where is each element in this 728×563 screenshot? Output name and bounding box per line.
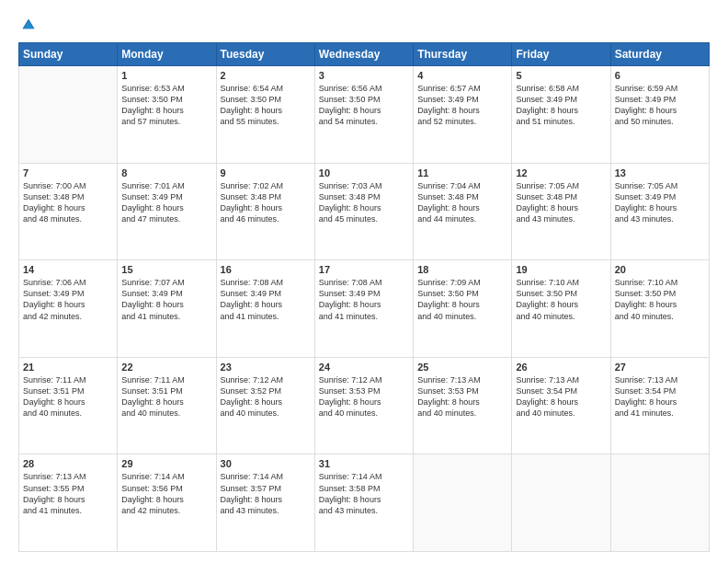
- day-info: Sunrise: 7:10 AM Sunset: 3:50 PM Dayligh…: [615, 277, 705, 322]
- day-info: Sunrise: 7:13 AM Sunset: 3:54 PM Dayligh…: [615, 374, 705, 419]
- day-info: Sunrise: 7:14 AM Sunset: 3:56 PM Dayligh…: [121, 471, 211, 516]
- logo: [18, 17, 39, 33]
- calendar-cell: 22Sunrise: 7:11 AM Sunset: 3:51 PM Dayli…: [118, 357, 216, 454]
- day-number: 21: [23, 362, 113, 373]
- day-number: 5: [516, 70, 606, 81]
- day-number: 3: [319, 70, 409, 81]
- day-info: Sunrise: 7:07 AM Sunset: 3:49 PM Dayligh…: [121, 277, 211, 322]
- day-number: 29: [121, 458, 211, 469]
- calendar-week-row: 21Sunrise: 7:11 AM Sunset: 3:51 PM Dayli…: [19, 357, 710, 454]
- day-info: Sunrise: 6:56 AM Sunset: 3:50 PM Dayligh…: [319, 83, 409, 128]
- day-info: Sunrise: 7:13 AM Sunset: 3:55 PM Dayligh…: [23, 471, 113, 516]
- calendar-cell: 25Sunrise: 7:13 AM Sunset: 3:53 PM Dayli…: [414, 357, 512, 454]
- day-number: 12: [516, 167, 606, 178]
- day-number: 4: [417, 70, 507, 81]
- calendar-cell: 26Sunrise: 7:13 AM Sunset: 3:54 PM Dayli…: [512, 357, 610, 454]
- calendar-cell: 4Sunrise: 6:57 AM Sunset: 3:49 PM Daylig…: [414, 66, 512, 164]
- day-info: Sunrise: 6:58 AM Sunset: 3:49 PM Dayligh…: [516, 83, 606, 128]
- day-header-friday: Friday: [512, 43, 610, 66]
- day-header-wednesday: Wednesday: [314, 43, 413, 66]
- day-info: Sunrise: 7:12 AM Sunset: 3:53 PM Dayligh…: [319, 374, 409, 419]
- calendar: SundayMondayTuesdayWednesdayThursdayFrid…: [18, 42, 710, 552]
- day-info: Sunrise: 7:14 AM Sunset: 3:57 PM Dayligh…: [221, 471, 311, 516]
- calendar-cell: 30Sunrise: 7:14 AM Sunset: 3:57 PM Dayli…: [216, 454, 314, 552]
- day-number: 27: [615, 362, 705, 373]
- calendar-cell: 3Sunrise: 6:56 AM Sunset: 3:50 PM Daylig…: [314, 66, 413, 164]
- page: SundayMondayTuesdayWednesdayThursdayFrid…: [0, 0, 728, 563]
- day-number: 19: [516, 264, 606, 275]
- day-number: 18: [417, 264, 507, 275]
- calendar-cell: 1Sunrise: 6:53 AM Sunset: 3:50 PM Daylig…: [118, 66, 216, 164]
- calendar-cell: [414, 454, 512, 552]
- calendar-cell: [512, 454, 610, 552]
- calendar-cell: 17Sunrise: 7:08 AM Sunset: 3:49 PM Dayli…: [314, 260, 413, 358]
- calendar-cell: 28Sunrise: 7:13 AM Sunset: 3:55 PM Dayli…: [19, 454, 118, 552]
- calendar-cell: 14Sunrise: 7:06 AM Sunset: 3:49 PM Dayli…: [19, 260, 118, 358]
- calendar-cell: [19, 66, 118, 164]
- day-info: Sunrise: 7:04 AM Sunset: 3:48 PM Dayligh…: [417, 180, 507, 225]
- day-number: 16: [221, 264, 311, 275]
- calendar-cell: 21Sunrise: 7:11 AM Sunset: 3:51 PM Dayli…: [19, 357, 118, 454]
- header: [18, 17, 710, 33]
- calendar-cell: 7Sunrise: 7:00 AM Sunset: 3:48 PM Daylig…: [19, 163, 118, 260]
- day-header-sunday: Sunday: [19, 43, 118, 66]
- day-number: 24: [319, 362, 409, 373]
- calendar-cell: 16Sunrise: 7:08 AM Sunset: 3:49 PM Dayli…: [216, 260, 314, 358]
- day-info: Sunrise: 7:02 AM Sunset: 3:48 PM Dayligh…: [221, 180, 311, 225]
- day-info: Sunrise: 7:05 AM Sunset: 3:48 PM Dayligh…: [516, 180, 606, 225]
- day-info: Sunrise: 7:11 AM Sunset: 3:51 PM Dayligh…: [23, 374, 113, 419]
- day-number: 23: [221, 362, 311, 373]
- calendar-cell: 13Sunrise: 7:05 AM Sunset: 3:49 PM Dayli…: [610, 163, 709, 260]
- calendar-cell: 15Sunrise: 7:07 AM Sunset: 3:49 PM Dayli…: [118, 260, 216, 358]
- calendar-cell: 12Sunrise: 7:05 AM Sunset: 3:48 PM Dayli…: [512, 163, 610, 260]
- day-number: 30: [221, 458, 311, 469]
- day-info: Sunrise: 7:11 AM Sunset: 3:51 PM Dayligh…: [121, 374, 211, 419]
- calendar-cell: 24Sunrise: 7:12 AM Sunset: 3:53 PM Dayli…: [314, 357, 413, 454]
- calendar-cell: 9Sunrise: 7:02 AM Sunset: 3:48 PM Daylig…: [216, 163, 314, 260]
- day-header-saturday: Saturday: [610, 43, 709, 66]
- day-number: 10: [319, 167, 409, 178]
- calendar-cell: 8Sunrise: 7:01 AM Sunset: 3:49 PM Daylig…: [118, 163, 216, 260]
- calendar-cell: 19Sunrise: 7:10 AM Sunset: 3:50 PM Dayli…: [512, 260, 610, 358]
- calendar-week-row: 28Sunrise: 7:13 AM Sunset: 3:55 PM Dayli…: [19, 454, 710, 552]
- day-number: 6: [615, 70, 705, 81]
- day-info: Sunrise: 6:59 AM Sunset: 3:49 PM Dayligh…: [615, 83, 705, 128]
- day-header-tuesday: Tuesday: [216, 43, 314, 66]
- day-number: 22: [121, 362, 211, 373]
- day-number: 9: [221, 167, 311, 178]
- calendar-cell: 2Sunrise: 6:54 AM Sunset: 3:50 PM Daylig…: [216, 66, 314, 164]
- calendar-week-row: 1Sunrise: 6:53 AM Sunset: 3:50 PM Daylig…: [19, 66, 710, 164]
- day-info: Sunrise: 7:00 AM Sunset: 3:48 PM Dayligh…: [23, 180, 113, 225]
- calendar-week-row: 14Sunrise: 7:06 AM Sunset: 3:49 PM Dayli…: [19, 260, 710, 358]
- day-header-thursday: Thursday: [414, 43, 512, 66]
- logo-icon: [20, 17, 37, 33]
- calendar-cell: 29Sunrise: 7:14 AM Sunset: 3:56 PM Dayli…: [118, 454, 216, 552]
- day-info: Sunrise: 7:01 AM Sunset: 3:49 PM Dayligh…: [121, 180, 211, 225]
- calendar-cell: 11Sunrise: 7:04 AM Sunset: 3:48 PM Dayli…: [414, 163, 512, 260]
- calendar-cell: 6Sunrise: 6:59 AM Sunset: 3:49 PM Daylig…: [610, 66, 709, 164]
- day-info: Sunrise: 7:08 AM Sunset: 3:49 PM Dayligh…: [221, 277, 311, 322]
- day-info: Sunrise: 6:57 AM Sunset: 3:49 PM Dayligh…: [417, 83, 507, 128]
- day-number: 8: [121, 167, 211, 178]
- calendar-cell: 5Sunrise: 6:58 AM Sunset: 3:49 PM Daylig…: [512, 66, 610, 164]
- day-info: Sunrise: 7:13 AM Sunset: 3:54 PM Dayligh…: [516, 374, 606, 419]
- day-info: Sunrise: 7:06 AM Sunset: 3:49 PM Dayligh…: [23, 277, 113, 322]
- calendar-cell: [610, 454, 709, 552]
- calendar-cell: 31Sunrise: 7:14 AM Sunset: 3:58 PM Dayli…: [314, 454, 413, 552]
- day-number: 20: [615, 264, 705, 275]
- day-number: 1: [121, 70, 211, 81]
- day-info: Sunrise: 7:13 AM Sunset: 3:53 PM Dayligh…: [417, 374, 507, 419]
- calendar-cell: 20Sunrise: 7:10 AM Sunset: 3:50 PM Dayli…: [610, 260, 709, 358]
- day-number: 28: [23, 458, 113, 469]
- calendar-header-row: SundayMondayTuesdayWednesdayThursdayFrid…: [19, 43, 710, 66]
- day-number: 2: [221, 70, 311, 81]
- day-info: Sunrise: 7:09 AM Sunset: 3:50 PM Dayligh…: [417, 277, 507, 322]
- day-info: Sunrise: 6:53 AM Sunset: 3:50 PM Dayligh…: [121, 83, 211, 128]
- day-number: 14: [23, 264, 113, 275]
- day-header-monday: Monday: [118, 43, 216, 66]
- calendar-week-row: 7Sunrise: 7:00 AM Sunset: 3:48 PM Daylig…: [19, 163, 710, 260]
- day-info: Sunrise: 6:54 AM Sunset: 3:50 PM Dayligh…: [221, 83, 311, 128]
- calendar-cell: 23Sunrise: 7:12 AM Sunset: 3:52 PM Dayli…: [216, 357, 314, 454]
- day-number: 17: [319, 264, 409, 275]
- day-info: Sunrise: 7:10 AM Sunset: 3:50 PM Dayligh…: [516, 277, 606, 322]
